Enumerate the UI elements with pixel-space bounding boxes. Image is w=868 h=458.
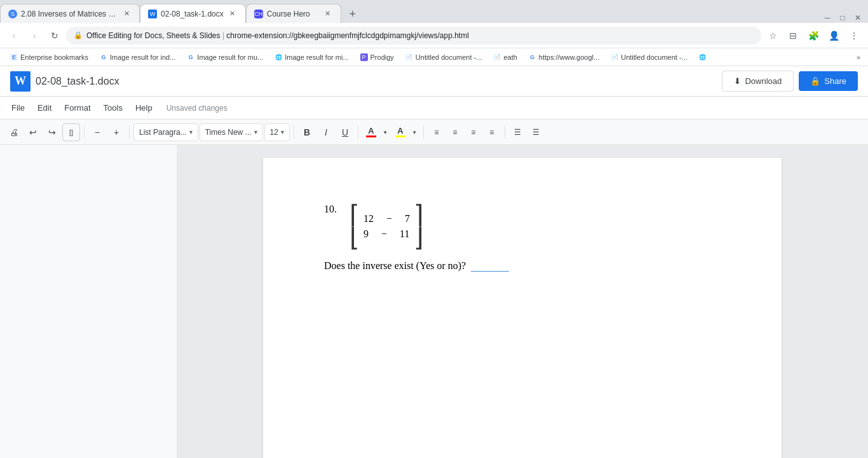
bookmark-image1[interactable]: G Image result for ind... [95, 52, 180, 62]
settings-icon[interactable]: ⋮ [845, 27, 863, 45]
paragraph-style-label: List Paragra... [139, 128, 187, 137]
matrix-r2c3: 11 [400, 226, 409, 242]
highlight-color-button[interactable]: A [391, 123, 409, 141]
app-logo: W [10, 71, 31, 92]
font-color-arrow[interactable]: ▾ [381, 123, 390, 141]
bookmark-eath[interactable]: 📄 eath [488, 52, 522, 62]
highlight-color-arrow[interactable]: ▾ [410, 123, 419, 141]
print-button[interactable]: 🖨 [5, 123, 23, 141]
toolbar: 🖨 ↩ ↪ [] − + List Paragra... ▾ Times New… [0, 120, 868, 145]
bookmark-image2[interactable]: G Image result for mu... [182, 52, 268, 62]
separator3 [294, 126, 294, 139]
bookmarks-more[interactable]: » [854, 52, 863, 62]
highlight-color-bar [395, 135, 405, 137]
url-path-text: chrome-extension://gbkeegbaiigmenfmjfclc… [226, 31, 469, 40]
matrix-content: 12 − 7 9 − 11 [360, 210, 414, 243]
browser-frame: S 2.08 Inverses of Matrices | Scho... ✕ … [0, 0, 868, 458]
bookmark-enterprise[interactable]: E Enterprise bookmarks [5, 52, 93, 62]
share-icon: 🔒 [810, 76, 820, 86]
undo-button[interactable]: ↩ [24, 123, 42, 141]
tab-2[interactable]: W 02-08_task-1.docx ✕ [140, 4, 246, 23]
matrix-right-bracket: ⌉⌋ [414, 204, 424, 249]
download-button[interactable]: ⬇ Download [722, 71, 794, 92]
unordered-list-button[interactable]: ☰ [527, 123, 545, 141]
close-window-button[interactable]: ✕ [853, 13, 863, 23]
separator2 [129, 126, 130, 139]
maximize-button[interactable]: □ [837, 13, 848, 23]
world-favicon2: 🌐 [699, 53, 707, 61]
redo-button[interactable]: ↪ [43, 123, 61, 141]
zoom-in-button[interactable]: + [107, 123, 125, 141]
separator6 [505, 126, 505, 139]
extension-icon[interactable]: 🧩 [804, 27, 822, 45]
google-favicon3: G [529, 53, 536, 61]
google-favicon2: G [187, 53, 194, 61]
bookmark-star-icon[interactable]: ☆ [764, 27, 782, 45]
font-color-button[interactable]: A [362, 123, 380, 141]
italic-button[interactable]: I [317, 123, 335, 141]
font-name-label: Times New ... [205, 128, 252, 137]
align-justify-button[interactable]: ≡ [483, 123, 501, 141]
menu-tools[interactable]: Tools [97, 101, 129, 115]
font-size-dropdown[interactable]: 12 ▾ [264, 123, 290, 141]
doc-favicon3: 📄 [611, 53, 618, 61]
bookmark-world[interactable]: 🌐 [694, 52, 712, 62]
app-title: 02-08_task-1.docx [36, 76, 717, 87]
ordered-list-button[interactable]: ☰ [509, 123, 527, 141]
separator5 [423, 126, 424, 139]
zoom-out-button[interactable]: − [88, 123, 106, 141]
align-right-button[interactable]: ≡ [465, 123, 482, 141]
font-name-dropdown[interactable]: Times New ... ▾ [200, 123, 263, 141]
lock-icon: 🔒 [74, 31, 83, 39]
profile-icon[interactable]: 👤 [825, 27, 843, 45]
menu-edit[interactable]: Edit [31, 101, 58, 115]
unsaved-changes: Unsaved changes [166, 104, 227, 113]
matrix-r2c1: 9 [363, 226, 369, 242]
bookmark-doc1[interactable]: 📄 Untitled document -... [400, 52, 487, 62]
menu-format[interactable]: Format [58, 101, 97, 115]
underline-button[interactable]: U [336, 123, 354, 141]
forward-button[interactable]: › [25, 27, 43, 45]
new-tab-button[interactable]: + [344, 5, 362, 23]
tab-1[interactable]: S 2.08 Inverses of Matrices | Scho... ✕ [0, 4, 140, 23]
doc-area: 10. ⌈⌊ 12 − 7 9 − [177, 145, 868, 458]
bookmark-doc2[interactable]: 📄 Untitled document -... [606, 52, 693, 62]
url-bar[interactable]: 🔒 Office Editing for Docs, Sheets & Slid… [66, 27, 761, 45]
paint-format-button[interactable]: [] [62, 123, 80, 141]
bookmarks-bar: E Enterprise bookmarks G Image result fo… [0, 48, 868, 66]
bar-icons: ☆ ⊟ 🧩 👤 ⋮ [764, 27, 863, 45]
menu-bar: File Edit Format Tools Help Unsaved chan… [0, 97, 868, 120]
bold-button[interactable]: B [298, 123, 316, 141]
menu-help[interactable]: Help [129, 101, 159, 115]
align-left-button[interactable]: ≡ [428, 123, 445, 141]
world-favicon1: 🌐 [275, 53, 282, 61]
separator4 [358, 126, 358, 139]
tab2-close[interactable]: ✕ [227, 9, 238, 19]
google-favicon1: G [100, 53, 107, 61]
separator1 [84, 126, 85, 139]
align-center-button[interactable]: ≡ [446, 123, 464, 141]
matrix-r1c2: − [386, 211, 392, 226]
menu-file[interactable]: File [5, 101, 31, 115]
bookmark-google[interactable]: G https://www.googl... [524, 52, 604, 62]
matrix-r1c3: 7 [405, 211, 410, 226]
tab-search-icon[interactable]: ⊟ [784, 27, 802, 45]
paragraph-style-dropdown[interactable]: List Paragra... ▾ [133, 123, 198, 141]
tab3-close[interactable]: ✕ [323, 9, 333, 19]
back-button[interactable]: ‹ [5, 27, 23, 45]
minimize-button[interactable]: ─ [822, 13, 832, 23]
share-button[interactable]: 🔒 Share [799, 71, 858, 91]
url-source: Office Editing for Docs, Sheets & Slides… [86, 31, 754, 40]
header-actions: ⬇ Download 🔒 Share [722, 71, 858, 92]
answer-line[interactable] [471, 260, 509, 272]
refresh-button[interactable]: ↻ [46, 27, 64, 45]
enterprise-favicon: E [10, 53, 18, 61]
font-size-arrow: ▾ [281, 128, 284, 135]
tab-bar: S 2.08 Inverses of Matrices | Scho... ✕ … [0, 0, 868, 23]
tab1-close[interactable]: ✕ [121, 9, 132, 19]
bookmark-prodigy[interactable]: P Prodigy [355, 52, 399, 62]
tab3-title: Course Hero [267, 10, 319, 18]
matrix-left-bracket: ⌈⌊ [349, 204, 360, 249]
tab-3[interactable]: CH Course Hero ✕ [246, 4, 341, 23]
bookmark-image3[interactable]: 🌐 Image result for mi... [269, 52, 353, 62]
